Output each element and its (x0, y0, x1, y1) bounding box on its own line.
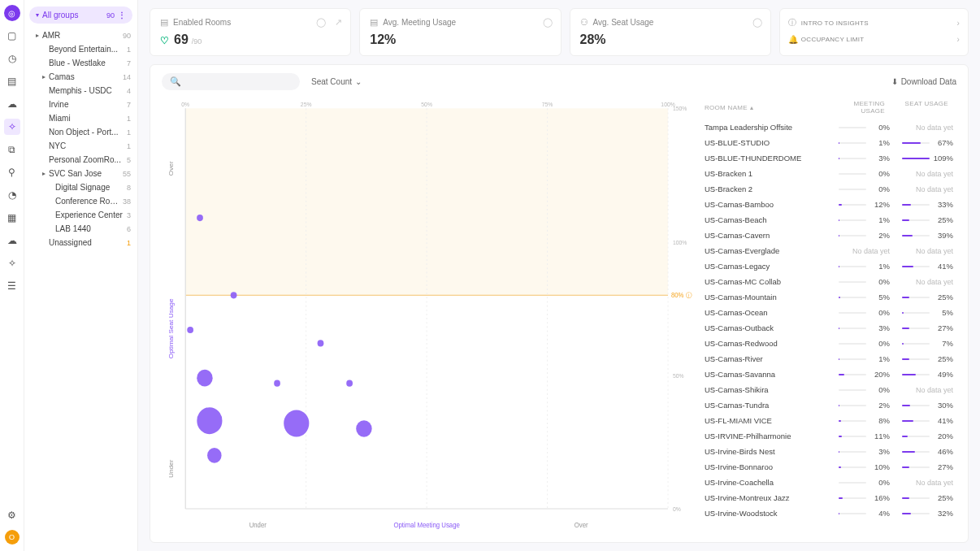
tree-item[interactable]: ▸AMR90 (29, 28, 132, 42)
help-icon[interactable]: ◯ (316, 17, 326, 28)
sort-icon: ▴ (750, 104, 753, 111)
nav-icon-4[interactable]: ☁ (4, 96, 20, 112)
filter-dropdown[interactable]: Seat Count ⌄ (311, 77, 362, 86)
nav-icon-8[interactable]: ◔ (4, 187, 20, 203)
settings-icon[interactable]: ⚙ (4, 507, 20, 523)
table-body[interactable]: Tampa Leadership Offsite0%No data yetUS-… (705, 119, 956, 534)
table-row[interactable]: US-Camas-Ocean0%5% (705, 305, 956, 320)
table-row[interactable]: US-BLUE-THUNDERDOME3%109% (705, 150, 956, 166)
table-row[interactable]: US-FL-MIAMI VICE8%41% (705, 413, 956, 428)
table-row[interactable]: US-Camas-Redwood0%7% (705, 336, 956, 351)
th-room-name[interactable]: ROOM NAME ▴ (705, 100, 828, 115)
table-row[interactable]: US-Camas-MC Collab0%No data yet (705, 274, 956, 289)
svg-text:75%: 75% (542, 102, 553, 107)
avatar[interactable]: O (5, 530, 20, 544)
nav-icon-3[interactable]: ▤ (4, 73, 20, 89)
table-row[interactable]: US-Camas-Mountain5%25% (705, 289, 956, 305)
svg-text:100%: 100% (673, 240, 687, 245)
nav-icon-11[interactable]: ✧ (4, 255, 20, 271)
table-row[interactable]: US-Irvine-Montreux Jazz16%25% (705, 490, 956, 505)
table-row[interactable]: US-Camas-Legacy1%41% (705, 258, 956, 274)
svg-text:Under: Under (249, 522, 267, 529)
th-meeting-usage[interactable]: MEETING USAGE (828, 100, 885, 115)
all-groups-pill[interactable]: ▾ All groups 90 ⋮ (29, 7, 132, 24)
more-icon[interactable]: ⋮ (118, 11, 126, 20)
insight-link[interactable]: 🔔OCCUPANCY LIMIT› (788, 32, 960, 47)
tree-item[interactable]: Memphis - USDC4 (29, 84, 132, 98)
chevron-down-icon: ▾ (36, 11, 39, 19)
table-row[interactable]: US-Camas-Outback3%27% (705, 320, 956, 336)
insight-link[interactable]: ⓘINTRO TO INSIGHTS› (788, 14, 960, 32)
table-row[interactable]: US-IRVINE-Philharmonie11%20% (705, 428, 956, 444)
svg-text:Under: Under (167, 459, 175, 478)
search-input[interactable]: 🔍 (162, 73, 300, 90)
table-row[interactable]: US-Camas-Cavern2%39% (705, 228, 956, 243)
svg-text:50%: 50% (421, 102, 432, 107)
table-row[interactable]: US-Irvine-Bonnaroo10%27% (705, 459, 956, 475)
tree-item[interactable]: Non Object - Port...1 (29, 125, 132, 139)
svg-point-20 (231, 292, 237, 298)
tree-item[interactable]: NYC1 (29, 139, 132, 153)
tree-item[interactable]: ▸SVC San Jose55 (29, 167, 132, 180)
table-row[interactable]: US-Irvine-Coachella0%No data yet (705, 475, 956, 490)
download-button[interactable]: ⬇ Download Data (891, 77, 956, 86)
nav-icon-7[interactable]: ⚲ (4, 164, 20, 180)
table-row[interactable]: US-Bracken 10%No data yet (705, 166, 956, 181)
help-icon[interactable]: ◯ (543, 17, 553, 28)
nav-icon-9[interactable]: ▦ (4, 210, 20, 226)
card-subvalue: /90 (192, 37, 202, 46)
tree-item[interactable]: LAB 14406 (29, 222, 132, 236)
table-row[interactable]: US-Camas-EvergladeNo data yetNo data yet (705, 243, 956, 258)
rooms-icon: ▤ (160, 17, 168, 28)
nav-insights-icon[interactable]: ✧ (4, 119, 20, 135)
svg-point-26 (197, 407, 222, 434)
nav-icon-1[interactable]: ▢ (4, 28, 20, 44)
nav-icon-12[interactable]: ☰ (4, 278, 20, 294)
svg-text:80% ⓘ: 80% ⓘ (671, 292, 692, 299)
svg-point-23 (197, 370, 212, 387)
nav-icon-10[interactable]: ☁ (4, 232, 20, 249)
panel-toolbar: 🔍 Seat Count ⌄ ⬇ Download Data (150, 65, 968, 98)
nav-icon-2[interactable]: ◷ (4, 50, 20, 67)
tree-item[interactable]: Unassigned1 (29, 236, 132, 249)
table-row[interactable]: Tampa Leadership Offsite0%No data yet (705, 119, 956, 135)
svg-point-28 (356, 420, 371, 437)
tree-item[interactable]: Miami1 (29, 111, 132, 125)
svg-point-25 (346, 380, 353, 387)
analytics-panel: 🔍 Seat Count ⌄ ⬇ Download Data 80% ⓘ0%25… (150, 64, 969, 543)
table-row[interactable]: US-Camas-Beach1%25% (705, 212, 956, 228)
tree-item[interactable]: Experience Center3 (29, 208, 132, 222)
tree-item[interactable]: Conference Roo...38 (29, 194, 132, 208)
table-row[interactable]: US-Camas-Shikira0%No data yet (705, 382, 956, 397)
tree-item[interactable]: Irvine7 (29, 98, 132, 111)
table-row[interactable]: US-Camas-River1%25% (705, 351, 956, 367)
table-row[interactable]: US-Irvine-Woodstock4%32% (705, 505, 956, 521)
person-icon: ⚇ (580, 17, 588, 28)
table-row[interactable]: US-Camas-Savanna20%49% (705, 367, 956, 382)
nav-icon-6[interactable]: ⧉ (4, 141, 20, 158)
app-logo-icon[interactable]: ◎ (4, 5, 20, 21)
download-label: Download Data (901, 77, 956, 86)
tree-item[interactable]: Blue - Westlake7 (29, 56, 132, 70)
table-row[interactable]: US-BLUE-STUDIO1%67% (705, 135, 956, 150)
svg-text:0%: 0% (181, 102, 189, 107)
help-icon[interactable]: ◯ (752, 17, 762, 28)
tree-item[interactable]: Personal ZoomRo...5 (29, 153, 132, 167)
tree-item[interactable]: Digital Signage8 (29, 180, 132, 194)
svg-text:0%: 0% (673, 506, 681, 512)
svg-text:50%: 50% (673, 373, 684, 379)
search-icon: 🔍 (170, 76, 181, 87)
card-title: Avg. Seat Usage (593, 18, 654, 27)
table-row[interactable]: US-Camas-Tundra2%30% (705, 397, 956, 413)
main-content: ◯ ↗ ▤Enabled Rooms ♡69/90 ◯ ▤Avg. Meetin… (138, 0, 980, 551)
th-seat-usage[interactable]: SEAT USAGE (885, 100, 948, 115)
table-row[interactable]: US-Bracken 20%No data yet (705, 181, 956, 197)
icon-sidebar: ◎ ▢ ◷ ▤ ☁ ✧ ⧉ ⚲ ◔ ▦ ☁ ✧ ☰ ⚙ O (0, 0, 24, 551)
tree-item[interactable]: ▸Camas14 (29, 70, 132, 84)
card-value: 12% (370, 33, 396, 47)
card-seat-usage: ◯ ⚇Avg. Seat Usage 28% (570, 8, 771, 56)
tree-item[interactable]: Beyond Entertain...1 (29, 42, 132, 56)
external-link-icon[interactable]: ↗ (335, 17, 342, 28)
table-row[interactable]: US-Camas-Bamboo12%33% (705, 197, 956, 212)
table-row[interactable]: US-Irvine-Birds Nest3%46% (705, 444, 956, 459)
